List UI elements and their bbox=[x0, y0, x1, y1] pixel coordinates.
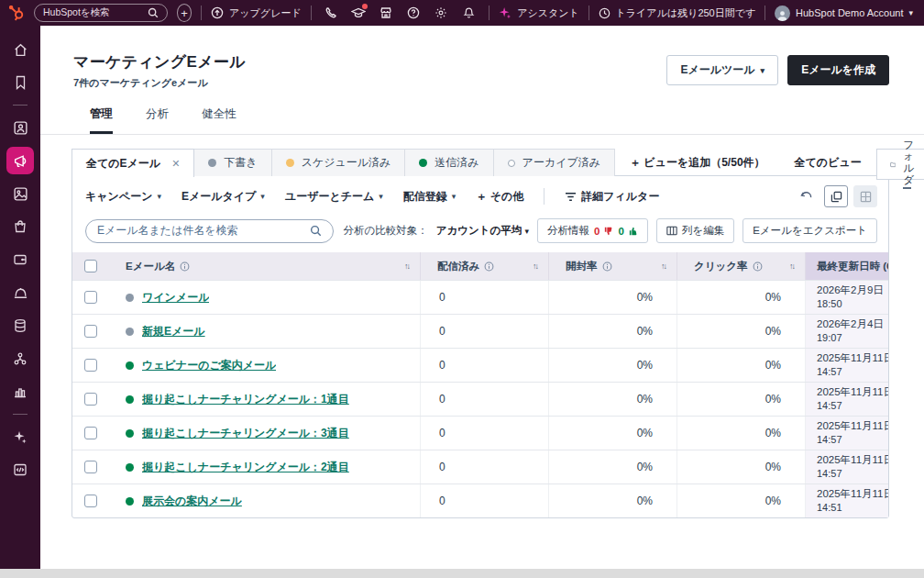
sidebar-commerce-icon[interactable] bbox=[6, 246, 34, 273]
info-icon bbox=[484, 261, 494, 272]
upgrade-button[interactable]: アップグレード bbox=[211, 6, 302, 20]
column-header-click-rate[interactable]: クリック率 ↑↓ bbox=[677, 252, 806, 280]
sidebar-ai-icon[interactable] bbox=[6, 423, 34, 450]
filter-email-type[interactable]: Eメールタイプ▾ bbox=[182, 189, 265, 205]
advanced-filters-button[interactable]: 詳細フィルター bbox=[565, 189, 659, 205]
row-checkbox[interactable] bbox=[84, 427, 97, 439]
grid-icon bbox=[860, 191, 872, 203]
table-row[interactable]: 掘り起こしナーチャリングメール：3通目 0 0% 0% 2025年11月11日 … bbox=[72, 416, 888, 450]
view-tab-sent[interactable]: 送信済み bbox=[405, 149, 493, 176]
account-menu[interactable]: HubSpot Demo Account ▾ bbox=[775, 6, 913, 21]
add-view-button[interactable]: ＋ ビューを追加（5/50件） bbox=[615, 149, 780, 176]
trial-status[interactable]: トライアルは残り250日間です bbox=[599, 6, 756, 20]
info-icon bbox=[753, 261, 763, 272]
sidebar-service-icon[interactable] bbox=[6, 279, 34, 306]
sidebar-automations-icon[interactable] bbox=[6, 345, 34, 372]
compare-selector[interactable]: アカウントの平均 ▾ bbox=[436, 224, 529, 238]
export-emails-button[interactable]: Eメールをエクスポート bbox=[742, 218, 877, 243]
email-name-link[interactable]: 掘り起こしナーチャリングメール：2通目 bbox=[142, 460, 349, 475]
column-header-last-updated[interactable]: 最終更新日時 (GMT+ bbox=[806, 252, 888, 280]
filter-bar: キャンペーン▾ Eメールタイプ▾ ユーザーとチーム▾ 配信登録▾ ＋ その他 詳… bbox=[72, 176, 888, 216]
email-name-link[interactable]: ワインメール bbox=[142, 290, 209, 306]
filter-subscription[interactable]: 配信登録▾ bbox=[403, 189, 456, 205]
status-dot bbox=[126, 463, 134, 472]
all-views-button[interactable]: 全てのビュー bbox=[780, 149, 876, 176]
email-name-link[interactable]: 展示会の案内メール bbox=[142, 494, 242, 509]
column-header-open-rate[interactable]: 開封率 ↑↓ bbox=[549, 252, 677, 280]
tab-manage[interactable]: 管理 bbox=[90, 106, 113, 134]
tab-health[interactable]: 健全性 bbox=[202, 106, 236, 134]
sidebar-bookmarks-icon[interactable] bbox=[6, 69, 34, 96]
column-header-name[interactable]: Eメール名 ↑↓ bbox=[109, 252, 421, 280]
page-tabs: 管理 分析 健全性 bbox=[40, 90, 924, 135]
card-view-toggle[interactable] bbox=[824, 185, 848, 207]
sidebar-reporting-icon[interactable] bbox=[6, 378, 34, 406]
email-name-link[interactable]: 掘り起こしナーチャリングメール：3通目 bbox=[142, 426, 349, 441]
settings-icon[interactable] bbox=[430, 3, 452, 23]
email-name-link[interactable]: 新規Eメール bbox=[142, 324, 205, 339]
sidebar-marketing-icon[interactable] bbox=[6, 147, 34, 174]
status-dot bbox=[126, 294, 134, 302]
table-row[interactable]: 掘り起こしナーチャリングメール：2通目 0 0% 0% 2025年11月11日 … bbox=[72, 450, 888, 484]
filter-campaign[interactable]: キャンペーン▾ bbox=[85, 189, 161, 205]
delivered-value: 0 bbox=[421, 281, 549, 314]
info-icon bbox=[602, 261, 612, 272]
notifications-bell-icon[interactable] bbox=[457, 3, 479, 23]
email-name-link[interactable]: 掘り起こしナーチャリングメール：1通目 bbox=[142, 392, 349, 407]
view-tab-all-emails[interactable]: 全てのEメール ✕ bbox=[72, 149, 194, 177]
edit-columns-button[interactable]: 列を編集 bbox=[656, 218, 734, 243]
sidebar-home-icon[interactable] bbox=[6, 36, 34, 63]
view-tab-archived[interactable]: アーカイブ済み bbox=[494, 149, 615, 176]
sort-icon[interactable]: ↑↓ bbox=[404, 261, 409, 271]
filter-more-button[interactable]: ＋ その他 bbox=[476, 189, 523, 205]
hubspot-logo[interactable] bbox=[9, 6, 25, 21]
sort-icon[interactable]: ↑↓ bbox=[789, 261, 794, 271]
filter-users-teams[interactable]: ユーザーとチーム▾ bbox=[285, 189, 383, 205]
chevron-down-icon: ▾ bbox=[157, 192, 161, 201]
page-subtitle: 7件のマーケティングeメール bbox=[73, 76, 246, 90]
sidebar-content-icon[interactable] bbox=[6, 180, 34, 207]
view-tab-drafts[interactable]: 下書き bbox=[194, 149, 271, 176]
email-search-input[interactable]: Eメール名または件名を検索 bbox=[85, 219, 334, 243]
help-icon[interactable] bbox=[402, 3, 424, 23]
table-row[interactable]: 展示会の案内メール 0 0% 0% 2025年11月11日 14:51 bbox=[72, 484, 888, 517]
column-header-delivered[interactable]: 配信済み ↑↓ bbox=[421, 252, 549, 280]
select-all-checkbox[interactable] bbox=[84, 260, 97, 272]
tab-analyze[interactable]: 分析 bbox=[146, 106, 169, 134]
thumbs-down-icon bbox=[604, 227, 613, 236]
row-checkbox[interactable] bbox=[84, 495, 97, 507]
create-email-button[interactable]: Eメールを作成 bbox=[787, 55, 889, 85]
bottom-scrollbar-strip[interactable] bbox=[0, 569, 924, 578]
calling-icon[interactable] bbox=[320, 3, 342, 23]
academy-icon[interactable] bbox=[347, 3, 369, 23]
row-checkbox[interactable] bbox=[84, 325, 97, 338]
sort-icon[interactable]: ↑↓ bbox=[661, 261, 666, 271]
sort-icon[interactable]: ↑↓ bbox=[533, 261, 537, 271]
row-checkbox[interactable] bbox=[84, 393, 97, 406]
email-tools-button[interactable]: Eメールツール▾ bbox=[666, 55, 778, 85]
view-tab-scheduled[interactable]: スケジュール済み bbox=[272, 149, 406, 176]
nav-divider bbox=[311, 6, 312, 20]
sidebar-developer-icon[interactable] bbox=[6, 456, 34, 484]
row-checkbox[interactable] bbox=[84, 291, 97, 304]
table-row[interactable]: 掘り起こしナーチャリングメール：1通目 0 0% 0% 2025年11月11日 … bbox=[72, 382, 888, 416]
insights-button[interactable]: 分析情報 0 0 bbox=[537, 218, 648, 243]
last-updated-value: 2026年2月9日 18:50 bbox=[806, 281, 888, 314]
table-row[interactable]: 新規Eメール 0 0% 0% 2026年2月4日 19:07 bbox=[72, 314, 888, 348]
row-checkbox[interactable] bbox=[84, 461, 97, 473]
global-search-input[interactable]: HubSpotを検索 bbox=[34, 4, 168, 22]
row-checkbox[interactable] bbox=[84, 359, 97, 372]
assistant-button[interactable]: アシスタント bbox=[499, 6, 579, 20]
marketplace-icon[interactable] bbox=[375, 3, 397, 23]
email-name-link[interactable]: ウェビナーのご案内メール bbox=[142, 358, 276, 373]
sidebar-crm-icon[interactable] bbox=[6, 114, 34, 141]
create-new-button[interactable]: + bbox=[177, 4, 192, 22]
table-row[interactable]: ワインメール 0 0% 0% 2026年2月9日 18:50 bbox=[72, 280, 888, 314]
undo-icon[interactable] bbox=[795, 185, 819, 207]
close-icon[interactable]: ✕ bbox=[171, 158, 180, 170]
sidebar-data-icon[interactable] bbox=[6, 312, 34, 339]
sidebar-sales-icon[interactable] bbox=[6, 213, 34, 240]
folders-button[interactable]: フォルダ bbox=[876, 149, 924, 180]
cards-icon bbox=[830, 191, 842, 203]
table-row[interactable]: ウェビナーのご案内メール 0 0% 0% 2025年11月11日 14:57 bbox=[72, 348, 888, 382]
